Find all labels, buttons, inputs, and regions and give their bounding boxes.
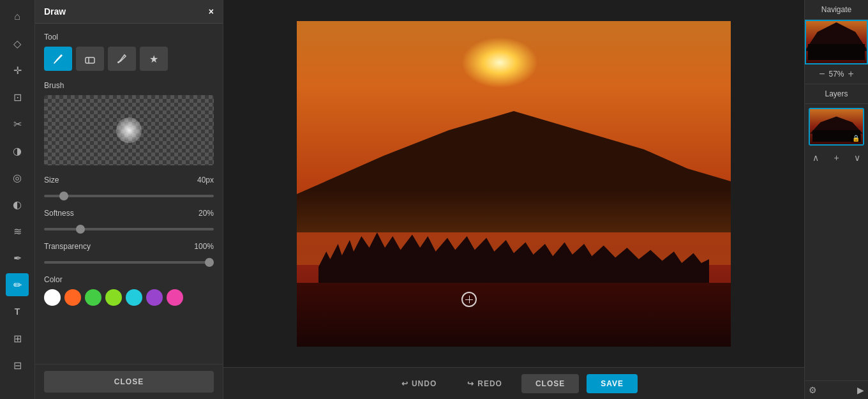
softness-section: Softness 20% [44, 209, 214, 233]
redo-label: REDO [477, 379, 502, 388]
size-slider[interactable] [44, 195, 214, 197]
layer-down-button[interactable]: ∨ [854, 153, 860, 163]
brush-label: Brush [44, 81, 214, 90]
tool-buttons: ★ [44, 47, 214, 71]
eraser-tool-btn[interactable] [76, 47, 104, 71]
move-icon[interactable]: ✛ [6, 59, 29, 82]
save-button[interactable]: SAVE [587, 374, 638, 393]
svg-point-1 [117, 61, 119, 63]
wave-icon[interactable]: ≋ [6, 220, 29, 243]
zoom-controls: − 57% + [805, 64, 868, 84]
scissors-icon[interactable]: ✂ [6, 112, 29, 135]
draw-panel-title: Draw [44, 6, 66, 17]
main-close-button[interactable]: CLOSE [521, 374, 579, 393]
brush-tool-btn[interactable] [44, 47, 72, 71]
svg-rect-0 [86, 57, 94, 63]
draw-panel: Draw × Tool ★ Brush Size 40px [35, 0, 223, 399]
settings-button[interactable]: ⚙ [809, 385, 817, 395]
transparency-value: 100% [194, 242, 214, 251]
navigate-thumbnail[interactable] [805, 20, 868, 64]
brush-preview [44, 95, 214, 165]
zoom-level: 57% [828, 70, 844, 79]
draw-icon[interactable]: ✏ [6, 273, 29, 296]
lock-icon: 🔒 [851, 134, 861, 142]
transparency-slider[interactable] [44, 261, 214, 264]
main-area: ↩ UNDO ↪ REDO CLOSE SAVE [223, 0, 804, 399]
layer-item[interactable]: 🔒 [809, 108, 864, 146]
adjust-icon[interactable]: ◑ [6, 139, 29, 162]
softness-label: Softness [44, 209, 74, 218]
brush-dot [116, 117, 142, 143]
ground [297, 283, 731, 347]
undo-icon: ↩ [401, 379, 408, 388]
left-toolbar: ⌂ ◇ ✛ ⊡ ✂ ◑ ◎ ◐ ≋ ✒ ✏ T ⊞ ⊟ [0, 0, 35, 399]
home-icon[interactable]: ⌂ [6, 5, 29, 28]
size-value: 40px [197, 176, 214, 184]
draw-panel-body: Tool ★ Brush Size 40px [35, 24, 223, 364]
draw-panel-header: Draw × [35, 0, 223, 24]
layer-up-button[interactable]: ∧ [812, 153, 819, 163]
draw-panel-close-icon[interactable]: × [209, 6, 214, 17]
sun-glow [461, 37, 538, 88]
canvas-container[interactable] [223, 0, 804, 367]
navigate-label: Navigate [821, 5, 851, 14]
undo-button[interactable]: ↩ UNDO [390, 374, 448, 393]
layers2-icon[interactable]: ⊞ [6, 327, 29, 350]
nav-thumb-overlay [805, 20, 868, 64]
size-label: Size [44, 176, 59, 184]
color-swatch-cyan[interactable] [126, 289, 142, 306]
draw-close-button[interactable]: CLOSE [44, 371, 214, 393]
gallery-icon[interactable]: ⊟ [6, 354, 29, 377]
layer-controls: ∧ + ∨ [805, 149, 868, 166]
canvas-image [297, 21, 731, 347]
pen-tool-btn[interactable] [108, 47, 136, 71]
color-swatch-purple[interactable] [146, 289, 163, 306]
size-section: Size 40px [44, 176, 214, 200]
vector-icon[interactable]: ◇ [6, 32, 29, 55]
layers-label: Layers [825, 89, 848, 98]
bottom-right: ⚙ ▶ [805, 380, 868, 399]
crop-icon[interactable]: ⊡ [6, 86, 29, 109]
transparency-section: Transparency 100% [44, 242, 214, 266]
bottom-toolbar: ↩ UNDO ↪ REDO CLOSE SAVE [223, 367, 804, 399]
color-label: Color [44, 275, 214, 284]
layer-add-button[interactable]: + [834, 153, 839, 163]
eyedropper-icon[interactable]: ✒ [6, 246, 29, 269]
redo-icon: ↪ [467, 379, 474, 388]
tool-label: Tool [44, 33, 214, 41]
redo-button[interactable]: ↪ REDO [456, 374, 514, 393]
draw-panel-footer: CLOSE [35, 364, 223, 399]
navigate-header: Navigate [805, 0, 868, 20]
color-swatch-pink[interactable] [167, 289, 183, 306]
color-swatch-white[interactable] [44, 289, 61, 306]
color-swatches [44, 289, 214, 306]
circle-icon[interactable]: ◎ [6, 166, 29, 189]
softness-value: 20% [198, 209, 214, 218]
color-swatch-green[interactable] [85, 289, 101, 306]
undo-label: UNDO [412, 379, 437, 388]
zoom-out-button[interactable]: − [819, 68, 825, 80]
layers-header: Layers [805, 84, 868, 104]
color-swatch-lime[interactable] [105, 289, 122, 306]
softness-slider[interactable] [44, 228, 214, 230]
text-icon[interactable]: T [6, 300, 29, 323]
color-swatch-orange[interactable] [64, 289, 81, 306]
right-panel: Navigate − 57% + Layers 🔒 ∧ + ∨ ⚙ ▶ [804, 0, 868, 399]
expand-button[interactable]: ▶ [857, 385, 864, 395]
zoom-in-button[interactable]: + [848, 68, 854, 80]
contrast-icon[interactable]: ◐ [6, 193, 29, 216]
transparency-label: Transparency [44, 242, 91, 251]
star-tool-btn[interactable]: ★ [140, 47, 168, 71]
color-section: Color [44, 275, 214, 306]
